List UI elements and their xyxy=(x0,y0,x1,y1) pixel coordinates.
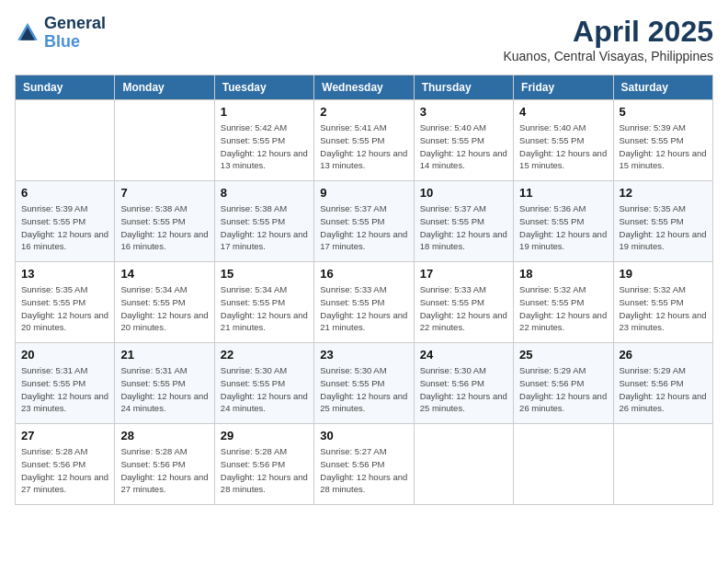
calendar-cell: 27 Sunrise: 5:28 AMSunset: 5:56 PMDaylig… xyxy=(16,424,115,505)
weekday-header-monday: Monday xyxy=(115,75,214,100)
day-number: 12 xyxy=(620,186,707,200)
day-number: 8 xyxy=(221,186,308,200)
logo-icon xyxy=(15,20,40,46)
calendar-cell: 16 Sunrise: 5:33 AMSunset: 5:55 PMDaylig… xyxy=(314,262,414,343)
day-info: Sunrise: 5:27 AMSunset: 5:56 PMDaylight:… xyxy=(320,445,407,496)
day-info: Sunrise: 5:33 AMSunset: 5:55 PMDaylight:… xyxy=(420,283,507,334)
calendar-cell: 29 Sunrise: 5:28 AMSunset: 5:56 PMDaylig… xyxy=(214,424,313,505)
day-number: 7 xyxy=(120,186,208,200)
weekday-header-sunday: Sunday xyxy=(16,75,115,100)
weekday-header-thursday: Thursday xyxy=(414,75,513,100)
calendar-cell: 26 Sunrise: 5:29 AMSunset: 5:56 PMDaylig… xyxy=(613,343,712,424)
day-number: 22 xyxy=(221,348,308,362)
day-number: 16 xyxy=(320,267,407,281)
day-number: 30 xyxy=(320,429,407,442)
logo-text: General Blue xyxy=(44,15,106,52)
calendar-cell: 5 Sunrise: 5:39 AMSunset: 5:55 PMDayligh… xyxy=(613,100,712,181)
day-info: Sunrise: 5:28 AMSunset: 5:56 PMDaylight:… xyxy=(21,445,108,496)
day-info: Sunrise: 5:40 AMSunset: 5:55 PMDaylight:… xyxy=(519,121,607,172)
calendar-header-row: SundayMondayTuesdayWednesdayThursdayFrid… xyxy=(16,75,713,100)
day-info: Sunrise: 5:31 AMSunset: 5:55 PMDaylight:… xyxy=(21,364,108,415)
day-info: Sunrise: 5:34 AMSunset: 5:55 PMDaylight:… xyxy=(120,283,208,334)
calendar-cell: 20 Sunrise: 5:31 AMSunset: 5:55 PMDaylig… xyxy=(16,343,115,424)
day-info: Sunrise: 5:39 AMSunset: 5:55 PMDaylight:… xyxy=(21,202,108,253)
day-number: 20 xyxy=(21,348,108,362)
day-info: Sunrise: 5:30 AMSunset: 5:55 PMDaylight:… xyxy=(221,364,308,415)
calendar-cell: 12 Sunrise: 5:35 AMSunset: 5:55 PMDaylig… xyxy=(613,181,712,262)
calendar-cell: 10 Sunrise: 5:37 AMSunset: 5:55 PMDaylig… xyxy=(414,181,513,262)
day-number: 21 xyxy=(120,348,208,362)
logo: General Blue xyxy=(15,15,106,52)
day-number: 1 xyxy=(221,105,308,119)
day-info: Sunrise: 5:32 AMSunset: 5:55 PMDaylight:… xyxy=(519,283,607,334)
day-info: Sunrise: 5:29 AMSunset: 5:56 PMDaylight:… xyxy=(519,364,607,415)
day-info: Sunrise: 5:42 AMSunset: 5:55 PMDaylight:… xyxy=(221,121,308,172)
day-number: 10 xyxy=(420,186,507,200)
day-number: 29 xyxy=(221,429,308,442)
day-info: Sunrise: 5:30 AMSunset: 5:55 PMDaylight:… xyxy=(320,364,407,415)
day-number: 23 xyxy=(320,348,407,362)
day-info: Sunrise: 5:29 AMSunset: 5:56 PMDaylight:… xyxy=(620,364,707,415)
day-number: 4 xyxy=(519,105,607,119)
weekday-header-friday: Friday xyxy=(514,75,613,100)
day-info: Sunrise: 5:37 AMSunset: 5:55 PMDaylight:… xyxy=(420,202,507,253)
title-section: April 2025 Kuanos, Central Visayas, Phil… xyxy=(503,15,713,63)
month-title: April 2025 xyxy=(503,15,713,49)
calendar-cell: 15 Sunrise: 5:34 AMSunset: 5:55 PMDaylig… xyxy=(214,262,313,343)
day-number: 9 xyxy=(320,186,407,200)
calendar-cell xyxy=(613,424,712,505)
calendar-cell xyxy=(414,424,513,505)
calendar-cell xyxy=(514,424,613,505)
page-header: General Blue April 2025 Kuanos, Central … xyxy=(15,15,713,63)
day-info: Sunrise: 5:28 AMSunset: 5:56 PMDaylight:… xyxy=(221,445,308,496)
calendar-cell: 8 Sunrise: 5:38 AMSunset: 5:55 PMDayligh… xyxy=(214,181,313,262)
calendar-week-row: 6 Sunrise: 5:39 AMSunset: 5:55 PMDayligh… xyxy=(16,181,713,262)
weekday-header-tuesday: Tuesday xyxy=(214,75,313,100)
calendar-cell: 30 Sunrise: 5:27 AMSunset: 5:56 PMDaylig… xyxy=(314,424,414,505)
calendar-cell: 4 Sunrise: 5:40 AMSunset: 5:55 PMDayligh… xyxy=(514,100,613,181)
calendar-week-row: 13 Sunrise: 5:35 AMSunset: 5:55 PMDaylig… xyxy=(16,262,713,343)
calendar-cell: 6 Sunrise: 5:39 AMSunset: 5:55 PMDayligh… xyxy=(16,181,115,262)
day-info: Sunrise: 5:38 AMSunset: 5:55 PMDaylight:… xyxy=(221,202,308,253)
calendar-week-row: 27 Sunrise: 5:28 AMSunset: 5:56 PMDaylig… xyxy=(16,424,713,505)
calendar-cell: 25 Sunrise: 5:29 AMSunset: 5:56 PMDaylig… xyxy=(514,343,613,424)
day-number: 27 xyxy=(21,429,108,442)
calendar-cell: 18 Sunrise: 5:32 AMSunset: 5:55 PMDaylig… xyxy=(514,262,613,343)
day-number: 18 xyxy=(519,267,607,281)
day-info: Sunrise: 5:35 AMSunset: 5:55 PMDaylight:… xyxy=(620,202,707,253)
calendar-cell: 1 Sunrise: 5:42 AMSunset: 5:55 PMDayligh… xyxy=(214,100,313,181)
day-number: 28 xyxy=(120,429,208,442)
calendar-table: SundayMondayTuesdayWednesdayThursdayFrid… xyxy=(15,75,713,505)
day-info: Sunrise: 5:40 AMSunset: 5:55 PMDaylight:… xyxy=(420,121,507,172)
day-info: Sunrise: 5:30 AMSunset: 5:56 PMDaylight:… xyxy=(420,364,507,415)
day-number: 17 xyxy=(420,267,507,281)
day-number: 24 xyxy=(420,348,507,362)
day-info: Sunrise: 5:32 AMSunset: 5:55 PMDaylight:… xyxy=(620,283,707,334)
day-info: Sunrise: 5:35 AMSunset: 5:55 PMDaylight:… xyxy=(21,283,108,334)
day-info: Sunrise: 5:37 AMSunset: 5:55 PMDaylight:… xyxy=(320,202,407,253)
day-number: 11 xyxy=(519,186,607,200)
calendar-cell: 13 Sunrise: 5:35 AMSunset: 5:55 PMDaylig… xyxy=(16,262,115,343)
calendar-cell: 23 Sunrise: 5:30 AMSunset: 5:55 PMDaylig… xyxy=(314,343,414,424)
calendar-cell: 24 Sunrise: 5:30 AMSunset: 5:56 PMDaylig… xyxy=(414,343,513,424)
day-info: Sunrise: 5:36 AMSunset: 5:55 PMDaylight:… xyxy=(519,202,607,253)
calendar-cell: 19 Sunrise: 5:32 AMSunset: 5:55 PMDaylig… xyxy=(613,262,712,343)
day-info: Sunrise: 5:41 AMSunset: 5:55 PMDaylight:… xyxy=(320,121,407,172)
day-info: Sunrise: 5:34 AMSunset: 5:55 PMDaylight:… xyxy=(221,283,308,334)
day-info: Sunrise: 5:28 AMSunset: 5:56 PMDaylight:… xyxy=(120,445,208,496)
calendar-cell: 22 Sunrise: 5:30 AMSunset: 5:55 PMDaylig… xyxy=(214,343,313,424)
day-number: 3 xyxy=(420,105,507,119)
calendar-cell: 7 Sunrise: 5:38 AMSunset: 5:55 PMDayligh… xyxy=(115,181,214,262)
day-number: 5 xyxy=(620,105,707,119)
calendar-cell: 11 Sunrise: 5:36 AMSunset: 5:55 PMDaylig… xyxy=(514,181,613,262)
weekday-header-saturday: Saturday xyxy=(613,75,712,100)
calendar-week-row: 20 Sunrise: 5:31 AMSunset: 5:55 PMDaylig… xyxy=(16,343,713,424)
day-info: Sunrise: 5:33 AMSunset: 5:55 PMDaylight:… xyxy=(320,283,407,334)
day-number: 14 xyxy=(120,267,208,281)
day-number: 25 xyxy=(519,348,607,362)
weekday-header-wednesday: Wednesday xyxy=(314,75,414,100)
calendar-cell xyxy=(115,100,214,181)
location-title: Kuanos, Central Visayas, Philippines xyxy=(503,49,713,63)
calendar-cell: 3 Sunrise: 5:40 AMSunset: 5:55 PMDayligh… xyxy=(414,100,513,181)
day-number: 15 xyxy=(221,267,308,281)
